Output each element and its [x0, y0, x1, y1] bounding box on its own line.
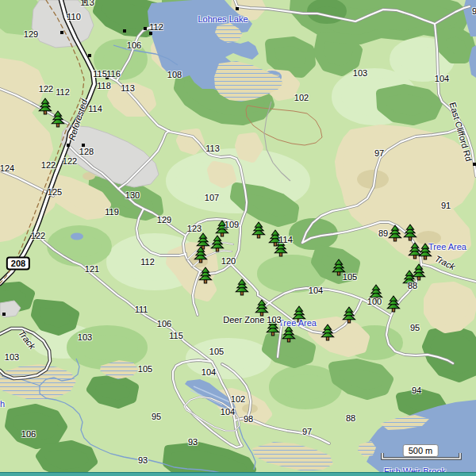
bottom-ui-strip: [0, 472, 476, 476]
map-canvas[interactable]: 1131101291121061081151161181131141221121…: [0, 0, 476, 476]
building-marker: [236, 7, 239, 10]
building-marker: [473, 163, 476, 166]
building-marker: [82, 144, 85, 147]
building-marker: [144, 27, 147, 30]
route-shield-208: 208: [6, 257, 30, 271]
building-marker: [60, 31, 63, 34]
building-marker: [83, 0, 86, 3]
building-marker: [149, 32, 152, 35]
building-marker: [123, 29, 126, 33]
scale-bar-label: 500 m: [403, 444, 439, 457]
building-marker: [88, 54, 91, 57]
building-marker: [106, 76, 109, 79]
map-graphics: [0, 0, 476, 476]
building-marker: [67, 144, 70, 147]
building-marker: [2, 313, 6, 316]
